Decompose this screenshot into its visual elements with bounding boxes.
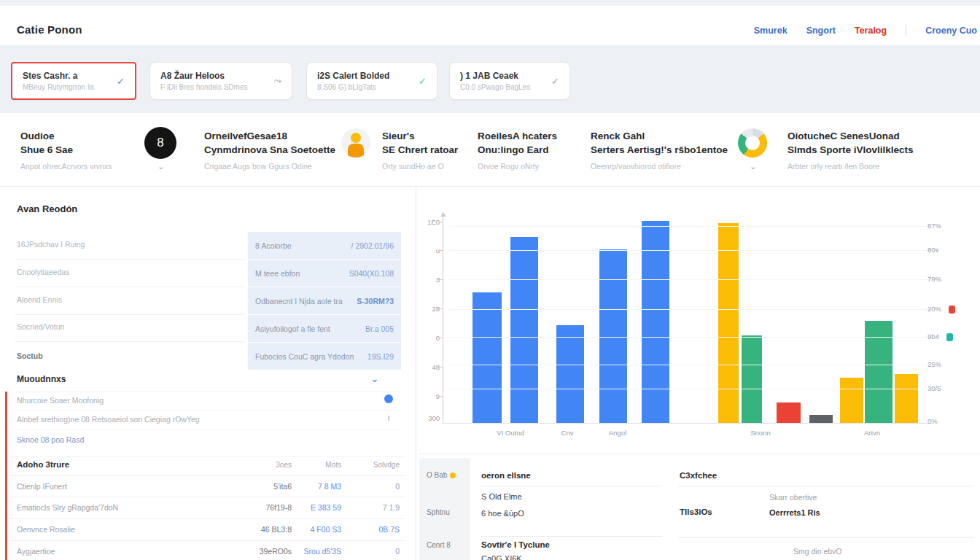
bottom-tab-3[interactable]: Cenrt 8 [427,541,451,549]
blue-dot-icon[interactable] [384,394,393,403]
row-separator [15,410,401,411]
feature-sub: Cngaae Augs bow Ggurs Odine [204,162,339,171]
y-axis-label: u [419,246,440,254]
info-row-label: Socried/Votun [17,322,64,331]
chevron-down-icon[interactable]: ⌄ [370,373,379,384]
summary-card-1[interactable]: Stes Cashr. a MBeuy Rutymgrron lis ✓ [11,62,136,100]
bar [718,223,739,423]
feature-sub: Orty sundHo ae O [382,162,473,171]
table-top-border [11,456,405,456]
gridline [448,337,930,338]
summary-card-2[interactable]: A8 Žaur Heloos F iDii Bres hondeis SDmes… [149,62,292,100]
check-icon: ✓ [419,76,427,87]
info-cell: Asiyufoilogof a fle fent Br.a 005 [248,315,401,342]
bm-row2-line1: S Old Elme [481,492,522,501]
br-title: C3xfchee [680,471,717,480]
info-row-label: 16JPsdchav I Ruing [17,240,85,249]
feature-line1: RoeilesA hcaters [478,129,580,143]
summary-card-4[interactable]: ) 1 JAB Ceaek C0.0 sPwago BagLes ✓ [449,62,570,100]
nav-link-1[interactable]: Smurek [754,26,788,36]
feature-block-3[interactable]: Sieur's SE Chrert ratoar Orty sundHo ae … [382,129,473,171]
header: Catie Ponon Smurek Sngort Teralog Croeny… [0,6,980,46]
card-title: A8 Žaur Heloos [160,71,247,81]
y-axis-label: 300 [419,414,440,422]
feature-line2: Slmds Sporte iVlovlilklects [788,143,948,157]
row-separator [15,287,244,287]
card-subtitle: F iDii Bres hondeis SDmes [160,83,247,91]
y-axis-arrow [440,212,446,217]
x-axis-label: Artvn [839,429,905,437]
nav-link-4[interactable]: Croeny Cuo [925,26,977,36]
right-axis-label: 0% [928,417,938,425]
bm-row3-line2: Ca0G XI6K [481,554,522,560]
right-axis-label: 79% [928,275,941,283]
feature-sub: Oeenrp/vaovhiorod otifiore [591,162,729,171]
feature-block-4[interactable]: RoeilesA hcaters Onu:lingo Eard Orvoe Ro… [478,129,580,171]
bm-row1-title: oeron ellsne [481,471,531,480]
yellow-dot-icon [450,472,456,478]
info-cell: M teee ebfon S040(X0.108 [248,260,401,287]
feature-block-6[interactable]: OiotucheC SenesUonad Slmds Sporte iVlovl… [788,129,948,171]
feature-line2: Cynmdrinova Sna Soetoette [204,143,339,157]
right-axis-label: 25% [928,360,941,368]
row-separator [481,536,662,537]
link-row-1[interactable]: Nhurcoie Soaer Moofonig [17,396,104,405]
info-cell: Odbanecnt I Njda aole tra S-30RM?3 [248,287,401,314]
expand-row-label: Muoudnnxs [17,374,66,384]
check-icon: ✓ [117,76,125,87]
left-accent-strip [5,392,7,560]
legend-marker [949,306,955,314]
chevron-down-icon[interactable]: ⌄ [158,162,164,171]
y-axis-label: 1E0 [419,218,440,226]
bar [472,292,502,423]
link-row-2[interactable]: Alnbef srethiog)ne 08 Retsoaeiol son Cie… [17,415,200,424]
table-header-border [11,475,405,476]
nav-link-3[interactable]: Teralog [855,26,887,36]
table-header-col1: 3oes [248,461,292,469]
gridline [448,389,930,389]
row-separator [678,537,973,538]
bm-row3-title: Sovtir'e I Tyclune [481,540,550,549]
feature-line1: OiotucheC SenesUonad [788,129,948,143]
right-axis-label: 9b4 [928,332,953,341]
y-axis-label: 48 [419,363,440,371]
card-subtitle: C0.0 sPwago BagLes [460,83,530,91]
feature-block-1[interactable]: Oudioe Shue 6 Sae Anpot ohrecAcrvors vrv… [20,129,141,171]
nav-divider [906,25,906,36]
bottom-tab-2[interactable]: Sphtnu [427,508,450,516]
person-icon [341,128,370,158]
chart-bottom-divider [419,454,980,454]
feature-block-2[interactable]: OrneilvefGesae18 Cynmdrinova Sna Soetoet… [204,129,339,171]
bottom-tab-1[interactable]: O Bab [427,471,456,479]
footer-link[interactable]: Sknoe 08 poa Rasd [17,435,84,444]
nav-link-2[interactable]: Sngort [806,26,836,36]
summary-card-3[interactable]: i2S Calert Bolded 8.S06 G) bLIgTats ✓ [306,62,438,100]
bar-chart: 1E0u328048930087%80s79%20%9b425%30/50%VI… [419,186,980,448]
table-header-name: Adoho 3trure [17,460,69,469]
table-header-col2: Mots [298,461,341,469]
panel-divider [416,186,416,560]
legend-marker [946,333,953,341]
y-axis-tick [439,338,443,338]
gridline [448,226,930,227]
chevron-down-icon[interactable]: ⌄ [750,162,756,171]
bar [777,402,801,423]
row-separator [15,341,244,342]
feature-sub: Arbter orly rearti /len Boore [788,162,948,171]
feature-sub: Orvoe Rogv oNrty [478,162,580,171]
y-axis-tick [439,308,443,309]
wave-arrow-icon: ⤳ [274,75,281,87]
feature-line1: OrneilvefGesae18 [204,129,339,143]
card-subtitle: MBeuy Rutymgrron lis [23,83,94,91]
feature-block-5[interactable]: Renck Gahl Serters Aertisg!'s ršbo1entoe… [591,129,729,171]
row-separator [11,540,405,541]
row-separator [481,486,662,486]
feature-line1: Sieur's [382,129,473,143]
card-title: Stes Cashr. a [23,71,94,81]
top-nav: Smurek Sngort Teralog Croeny Cuo [754,25,980,36]
bar [599,249,627,423]
bar [642,221,669,423]
right-axis-label: 87% [928,222,941,230]
bar [840,378,863,423]
x-axis-label: Angol [585,429,650,437]
